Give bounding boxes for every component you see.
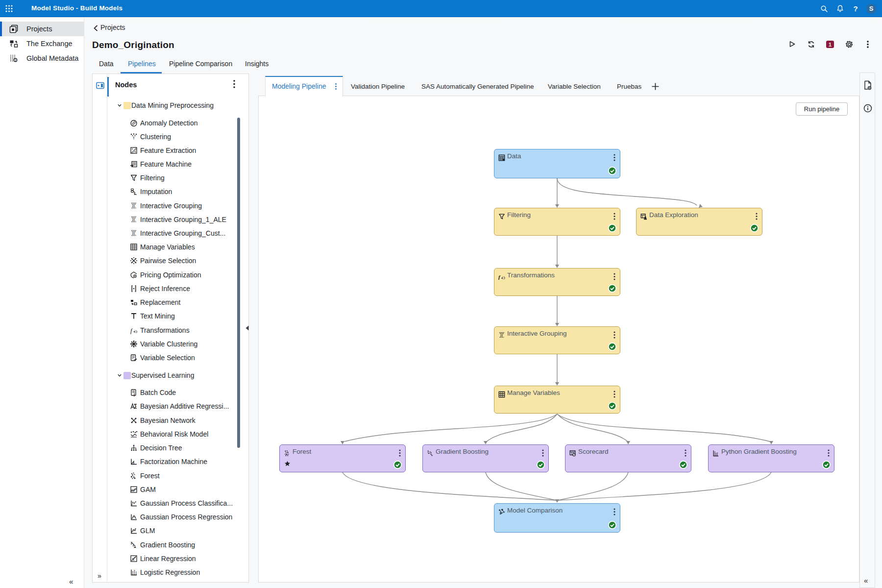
svg-text:f: f: [498, 274, 501, 280]
svg-text:j: j: [133, 392, 135, 396]
svg-text:f: f: [130, 327, 133, 334]
